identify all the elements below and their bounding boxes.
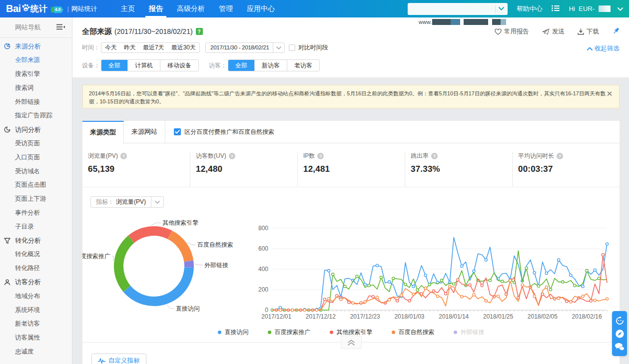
- donut-slice-其他搜索引擎[interactable]: [128, 226, 172, 243]
- top-nav-item-管理[interactable]: 管理: [212, 0, 240, 17]
- metric-help-icon[interactable]: ?: [229, 153, 235, 159]
- time-preset-今天[interactable]: 今天: [101, 43, 120, 52]
- donut-slice-百度搜索推广[interactable]: [114, 236, 134, 292]
- sidebar-group-来源分析[interactable]: 来源分析: [0, 39, 72, 53]
- title-help-icon[interactable]: ?: [196, 28, 203, 35]
- time-preset-最近30天[interactable]: 最近30天: [168, 43, 199, 52]
- sidebar-group-label: 访问分析: [15, 125, 41, 134]
- sidebar-item-子目录[interactable]: 子目录: [0, 220, 72, 234]
- sidebar-item-label: 受访域名: [15, 167, 40, 176]
- pie-icon: [4, 43, 10, 49]
- time-preset-昨天[interactable]: 昨天: [120, 43, 139, 52]
- collapse-chart-button[interactable]: [341, 336, 362, 349]
- legend-dot: [330, 331, 333, 334]
- collapse-filter-button[interactable]: 收起筛选: [587, 44, 620, 53]
- sidebar-item-搜索词[interactable]: 搜索词: [0, 81, 72, 95]
- series-line-百度搜索推广[interactable]: [272, 251, 607, 310]
- baidu-tongji-logo[interactable]: Bai du 统计 4.0 | 网站统计: [6, 3, 97, 14]
- metric-help-icon[interactable]: ?: [317, 153, 324, 159]
- metric-help-icon[interactable]: ?: [120, 153, 127, 159]
- time-preset-最近7天[interactable]: 最近7天: [139, 43, 168, 52]
- compare-period-label: 对比时间段: [298, 43, 328, 52]
- site-url-dropdown[interactable]: www.: [416, 18, 521, 25]
- indicator-label: 指标：: [96, 198, 114, 205]
- sidebar-item-入口页面[interactable]: 入口页面: [0, 150, 72, 164]
- series-marker: [327, 270, 330, 272]
- help-center-link[interactable]: 帮助中心: [517, 4, 543, 13]
- sidebar-item-系统环境[interactable]: 系统环境: [0, 303, 72, 317]
- sidebar-item-受访域名[interactable]: 受访域名: [0, 164, 72, 178]
- send-report-button[interactable]: 发送: [542, 27, 565, 36]
- visitor-option-老访客[interactable]: 老访客: [287, 60, 319, 71]
- x-tick-label: 2017/12/01: [261, 313, 291, 320]
- tab-来源类型[interactable]: 来源类型: [82, 121, 124, 144]
- series-marker: [368, 284, 370, 287]
- top-nav-item-报告[interactable]: 报告: [142, 0, 170, 17]
- metric-help-icon[interactable]: ?: [431, 153, 438, 159]
- series-marker: [348, 301, 350, 304]
- feedback-icon[interactable]: [615, 316, 625, 326]
- notice-close-icon[interactable]: ✕: [606, 90, 613, 97]
- sidebar-group-label: 转化分析: [15, 236, 41, 245]
- sidebar-item-忠诚度[interactable]: 忠诚度: [0, 345, 72, 359]
- custom-metric-button[interactable]: 自定义指标: [91, 354, 146, 364]
- legend-item-百度自然搜索[interactable]: 百度自然搜索: [392, 328, 435, 337]
- series-marker: [582, 295, 584, 298]
- sidebar-item-外部链接[interactable]: 外部链接: [0, 95, 72, 109]
- sidebar-item-转化路径[interactable]: 转化路径: [0, 262, 72, 276]
- sidebar-group-访客分析[interactable]: 访客分析: [0, 276, 72, 290]
- top-nav-item-高级分析[interactable]: 高级分析: [170, 0, 212, 17]
- compare-period-checkbox[interactable]: [289, 44, 295, 51]
- sidebar-item-指定广告跟踪[interactable]: 指定广告跟踪: [0, 109, 72, 123]
- sidebar-group-访问分析[interactable]: 访问分析: [0, 123, 72, 137]
- legend-item-直接访问[interactable]: 直接访问: [218, 328, 249, 337]
- metric-help-icon[interactable]: ?: [557, 153, 563, 159]
- legend-item-百度搜索推广[interactable]: 百度搜索推广: [268, 328, 311, 337]
- series-marker: [570, 301, 572, 303]
- download-report-button[interactable]: 下载: [578, 27, 599, 36]
- sidebar-item-页面上下游[interactable]: 页面上下游: [0, 192, 72, 206]
- sidebar-collapse-icon[interactable]: [56, 24, 65, 31]
- donut-slice-百度自然搜索[interactable]: [168, 231, 194, 262]
- visitor-option-全部[interactable]: 全部: [228, 60, 254, 71]
- pin-report-button[interactable]: [612, 27, 620, 36]
- sidebar-item-事件分析[interactable]: 事件分析: [0, 206, 72, 220]
- source-type-donut-and-trend-chart[interactable]: 其他搜索引擎百度自然搜索外部链接直接访问百度搜索推广02004006008002…: [82, 207, 620, 325]
- split-paid-organic-label: 区分百度付费推广和百度自然搜索: [184, 128, 274, 136]
- sidebar-item-搜索引擎[interactable]: 搜索引擎: [0, 67, 72, 81]
- report-list-icon[interactable]: [552, 5, 560, 13]
- sidebar-item-全部来源[interactable]: 全部来源: [0, 53, 72, 67]
- donut-slice-直接访问[interactable]: [123, 267, 194, 306]
- device-option-全部[interactable]: 全部: [101, 60, 127, 71]
- indicator-select[interactable]: 指标：浏览量(PV): [90, 196, 164, 208]
- donut-label-line: [167, 305, 174, 309]
- visitor-option-新访客[interactable]: 新访客: [254, 60, 287, 71]
- user-menu-chevron-icon[interactable]: [618, 5, 623, 12]
- sidebar-item-访客属性[interactable]: 访客属性: [0, 331, 72, 345]
- series-marker: [489, 279, 491, 282]
- sidebar-item-页面点击图[interactable]: 页面点击图: [0, 178, 72, 192]
- series-marker: [549, 288, 552, 291]
- date-range-picker[interactable]: 2017/11/30 - 2018/02/21: [205, 42, 285, 53]
- top-nav-item-主页[interactable]: 主页: [114, 0, 142, 17]
- sidebar-item-新老访客[interactable]: 新老访客: [0, 317, 72, 331]
- split-paid-organic-checkbox[interactable]: [174, 128, 181, 135]
- sidebar-item-受访页面[interactable]: 受访页面: [0, 137, 72, 151]
- version-badge: 4.0: [51, 6, 64, 13]
- favorite-report-button[interactable]: 常用报告: [495, 27, 529, 36]
- sidebar-group-转化分析[interactable]: 转化分析: [0, 234, 72, 248]
- tab-来源网站[interactable]: 来源网站: [124, 121, 165, 143]
- device-option-移动设备[interactable]: 移动设备: [160, 60, 198, 71]
- legend-item-其他搜索引擎[interactable]: 其他搜索引擎: [330, 328, 373, 337]
- sidebar-item-地域分布[interactable]: 地域分布: [0, 289, 72, 303]
- legend-item-外部链接[interactable]: 外部链接: [454, 328, 485, 337]
- top-nav-item-应用中心[interactable]: 应用中心: [240, 0, 282, 17]
- chat-bubbles-icon[interactable]: [615, 342, 625, 352]
- metric-label: 跳出率?: [411, 152, 512, 160]
- device-option-计算机[interactable]: 计算机: [127, 60, 160, 71]
- sidebar-item-转化概况[interactable]: 转化概况: [0, 248, 72, 262]
- series-line-直接访问[interactable]: [272, 238, 607, 311]
- site-selector[interactable]: [408, 3, 508, 15]
- compass-icon[interactable]: [615, 329, 625, 339]
- page-title: 全部来源: [82, 27, 112, 36]
